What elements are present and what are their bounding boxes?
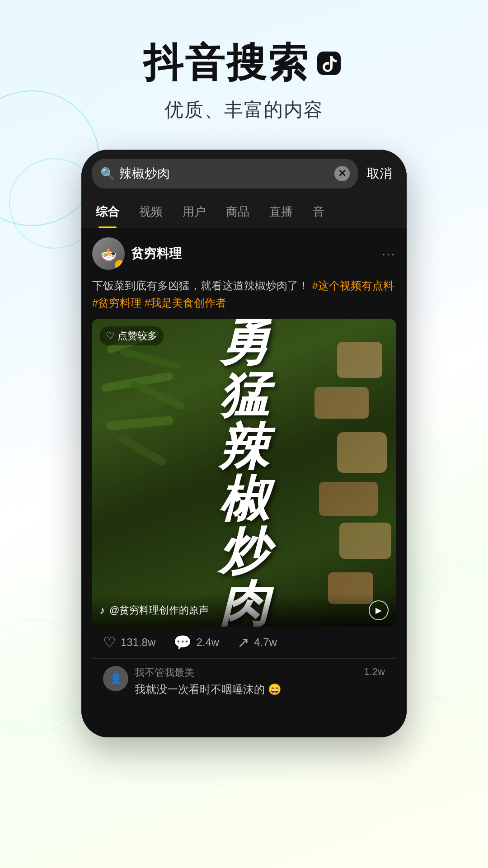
share-count: 4.7w xyxy=(254,636,277,649)
avatar[interactable]: 🍜 ✓ xyxy=(92,237,125,270)
comment-action-icon: 💬 xyxy=(174,634,192,651)
post-description-normal: 下饭菜到底有多凶猛，就看这道辣椒炒肉了！ xyxy=(92,279,309,292)
likes-badge: ♡ 点赞较多 xyxy=(99,326,164,345)
tab-bar: 综合 视频 用户 商品 直播 音 xyxy=(81,196,407,228)
comment-likes: 1.2w xyxy=(364,666,385,678)
user-info: 🍜 ✓ 贫穷料理 xyxy=(92,237,182,270)
post-description: 下饭菜到底有多凶猛，就看这道辣椒炒肉了！ #这个视频有点料 #贫穷料理 #我是美… xyxy=(92,277,396,312)
post-card: 🍜 ✓ 贫穷料理 ··· 下饭菜到底有多凶猛，就看这道辣椒炒肉了！ #这个视频有… xyxy=(81,228,407,705)
comment-content: 我不管我最美 我就没一次看时不咽唾沫的 😄 xyxy=(135,666,358,698)
content-area: 🍜 ✓ 贫穷料理 ··· 下饭菜到底有多凶猛，就看这道辣椒炒肉了！ #这个视频有… xyxy=(81,228,407,737)
header-area: 抖音搜索 优质、丰富的内容 xyxy=(0,0,488,141)
header-subtitle: 优质、丰富的内容 xyxy=(0,97,488,123)
phone-inner: 🔍 辣椒炒肉 ✕ 取消 综合 视频 用户 商品 xyxy=(81,150,407,737)
video-text-overlay: 勇猛辣椒炒肉 xyxy=(92,319,396,627)
phone-frame: 🔍 辣椒炒肉 ✕ 取消 综合 视频 用户 商品 xyxy=(81,150,407,737)
play-button[interactable]: ▶ xyxy=(369,600,389,620)
comment-preview: 👤 我不管我最美 我就没一次看时不咽唾沫的 😄 1.2w xyxy=(92,659,396,705)
more-options-button[interactable]: ··· xyxy=(382,246,396,261)
comment-text: 我就没一次看时不咽唾沫的 😄 xyxy=(135,681,358,698)
heart-action-icon: ♡ xyxy=(103,634,116,651)
video-bottom-bar: ♪ @贫穷料理创作的原声 ▶ xyxy=(92,594,396,627)
comment-avatar: 👤 xyxy=(103,666,128,691)
sound-text: @贫穷料理创作的原声 xyxy=(109,604,209,617)
comment-count: 2.4w xyxy=(196,636,219,649)
tab-item-综合[interactable]: 综合 xyxy=(86,196,129,228)
heart-icon: ♡ xyxy=(106,330,115,342)
likes-badge-text: 点赞较多 xyxy=(117,329,157,343)
verified-badge: ✓ xyxy=(115,260,125,270)
tiktok-logo-icon xyxy=(313,47,345,79)
search-input-wrap[interactable]: 🔍 辣椒炒肉 ✕ xyxy=(92,159,358,189)
cancel-button[interactable]: 取消 xyxy=(363,165,396,182)
phone-container: 🔍 辣椒炒肉 ✕ 取消 综合 视频 用户 商品 xyxy=(0,150,488,737)
share-action-icon: ↗ xyxy=(237,634,249,651)
like-count: 131.8w xyxy=(121,636,155,649)
clear-button[interactable]: ✕ xyxy=(334,166,350,181)
username[interactable]: 贫穷料理 xyxy=(131,245,182,262)
tab-item-音[interactable]: 音 xyxy=(303,196,334,228)
tab-item-商品[interactable]: 商品 xyxy=(216,196,259,228)
video-main-text: 勇猛辣椒炒肉 xyxy=(206,319,282,627)
app-title-text: 抖音搜索 xyxy=(143,36,310,90)
tab-item-直播[interactable]: 直播 xyxy=(259,196,303,228)
tab-item-用户[interactable]: 用户 xyxy=(173,196,216,228)
sound-info: ♪ @贫穷料理创作的原声 xyxy=(99,604,209,617)
comment-action[interactable]: 💬 2.4w xyxy=(174,634,219,651)
app-title-row: 抖音搜索 xyxy=(0,36,488,90)
share-action[interactable]: ↗ 4.7w xyxy=(237,634,277,651)
post-header: 🍜 ✓ 贫穷料理 ··· xyxy=(92,237,396,270)
search-query-text: 辣椒炒肉 xyxy=(119,165,330,182)
video-background: 勇猛辣椒炒肉 xyxy=(92,319,396,627)
play-icon: ▶ xyxy=(375,605,382,615)
action-bar: ♡ 131.8w 💬 2.4w ↗ 4.7w xyxy=(92,627,396,659)
video-thumbnail[interactable]: 勇猛辣椒炒肉 ♡ 点赞较多 ♪ xyxy=(92,319,396,627)
search-bar-row: 🔍 辣椒炒肉 ✕ 取消 xyxy=(81,150,407,196)
like-action[interactable]: ♡ 131.8w xyxy=(103,634,155,651)
comment-username: 我不管我最美 xyxy=(135,666,358,679)
tiktok-small-icon: ♪ xyxy=(99,604,105,617)
tab-item-视频[interactable]: 视频 xyxy=(129,196,173,228)
search-icon: 🔍 xyxy=(100,167,115,181)
